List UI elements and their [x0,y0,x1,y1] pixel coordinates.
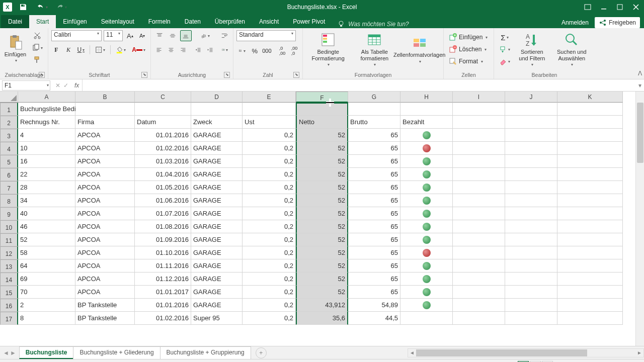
cell[interactable]: 0,2 [243,233,296,246]
cell[interactable] [505,259,557,273]
cell[interactable] [400,129,453,142]
redo-button[interactable]: ▾ [53,0,69,14]
cell[interactable] [557,142,623,155]
cell[interactable]: GARAGE [191,246,243,259]
align-bottom-button[interactable] [180,30,191,41]
cell[interactable] [557,168,623,181]
cell[interactable]: Ust [243,116,296,129]
cell-styles-button[interactable]: Zellenformatvorlagen▾ [398,32,440,66]
cell[interactable]: 65 [348,220,400,233]
column-header-H[interactable]: H [400,92,453,103]
cell[interactable]: 52 [296,155,348,168]
cell[interactable]: 01.02.2016 [135,142,191,155]
alignment-dialog-launcher[interactable]: ⬊ [224,72,230,78]
row-header-5[interactable]: 5 [0,155,18,168]
tab-ansicht[interactable]: Ansicht [252,15,286,28]
fill-button[interactable]: ▾ [497,44,512,55]
cell[interactable]: 0,2 [243,220,296,233]
font-size-select[interactable]: 11▾ [104,30,123,41]
cell[interactable]: APCOA [75,194,135,207]
cell[interactable]: 28 [18,181,75,194]
cell[interactable]: 52 [296,181,348,194]
cell[interactable] [557,129,623,142]
cell[interactable] [557,181,623,194]
minimize-button[interactable] [596,0,612,14]
column-header-F[interactable]: F [296,92,348,103]
cell[interactable] [400,103,453,116]
column-header-A[interactable]: A [18,92,75,103]
select-all-corner[interactable] [0,92,18,103]
cell[interactable] [453,103,505,116]
cell[interactable]: 01.08.2016 [135,220,191,233]
formula-input[interactable] [82,79,636,91]
cell[interactable] [557,246,623,259]
clear-button[interactable]: ▾ [497,56,512,67]
copy-button[interactable]: ▾ [30,42,45,53]
cell[interactable]: 65 [348,129,400,142]
cell[interactable]: 65 [348,246,400,259]
cell[interactable]: 52 [296,142,348,155]
cell[interactable] [557,259,623,273]
cell[interactable]: 46 [18,220,75,233]
row-header-3[interactable]: 3 [0,129,18,142]
row-header-13[interactable]: 13 [0,259,18,273]
cell[interactable]: 65 [348,142,400,155]
cell[interactable] [453,129,505,142]
cell[interactable] [557,286,623,299]
collapse-ribbon-button[interactable]: ᐱ [638,70,642,77]
cell[interactable] [557,273,623,286]
sheet-nav-next[interactable]: ► [10,349,16,356]
cell[interactable] [505,299,557,312]
cell[interactable]: APCOA [75,181,135,194]
close-button[interactable] [628,0,644,14]
cell[interactable]: 8 [18,312,75,325]
cell[interactable]: Buchungsliste Bedingte Formatierung [18,103,75,116]
cell[interactable]: 52 [296,246,348,259]
font-color-button[interactable]: A▾ [130,45,147,55]
tab-seitenlayout[interactable]: Seitenlayout [94,15,141,28]
cell[interactable] [557,207,623,220]
column-header-K[interactable]: K [557,92,623,103]
vertical-scrollbar[interactable] [635,92,644,346]
cell[interactable]: 01.10.2016 [135,246,191,259]
cell[interactable] [400,273,453,286]
cell[interactable] [557,194,623,207]
cell[interactable]: APCOA [75,129,135,142]
cell[interactable]: 01.12.2016 [135,273,191,286]
increase-indent-button[interactable] [205,44,215,55]
cell[interactable]: 52 [296,259,348,273]
orientation-button[interactable]: ab▾ [198,30,212,41]
cell[interactable]: 70 [18,286,75,299]
cell[interactable] [400,286,453,299]
scrollbar-thumb[interactable] [637,103,643,163]
row-header-8[interactable]: 8 [0,194,18,207]
column-header-J[interactable]: J [505,92,557,103]
cell[interactable]: Bezahlt [400,116,453,129]
cell[interactable] [453,220,505,233]
cell[interactable] [400,299,453,312]
format-as-table-button[interactable]: Als Tabelle formatieren▾ [352,29,396,69]
cell[interactable] [505,103,557,116]
cell[interactable]: Brutto [348,116,400,129]
paste-button[interactable]: Einfügen▾ [3,30,28,66]
cell[interactable] [557,233,623,246]
cell[interactable]: GARAGE [191,194,243,207]
cell[interactable] [505,142,557,155]
cell[interactable]: 52 [296,129,348,142]
column-header-D[interactable]: D [191,92,243,103]
cell[interactable] [505,194,557,207]
cell[interactable] [505,207,557,220]
cell[interactable] [348,103,400,116]
cell[interactable] [453,207,505,220]
cell[interactable]: GARAGE [191,155,243,168]
cell[interactable] [453,259,505,273]
tab-überprüfen[interactable]: Überprüfen [208,15,252,28]
cell[interactable] [400,194,453,207]
cell[interactable] [505,233,557,246]
cell[interactable]: 52 [296,207,348,220]
cell[interactable]: 01.01.2017 [135,286,191,299]
number-format-select[interactable]: Standard▾ [236,30,296,41]
italic-button[interactable]: K [63,45,73,55]
cell[interactable] [557,116,623,129]
cell[interactable]: 58 [18,246,75,259]
